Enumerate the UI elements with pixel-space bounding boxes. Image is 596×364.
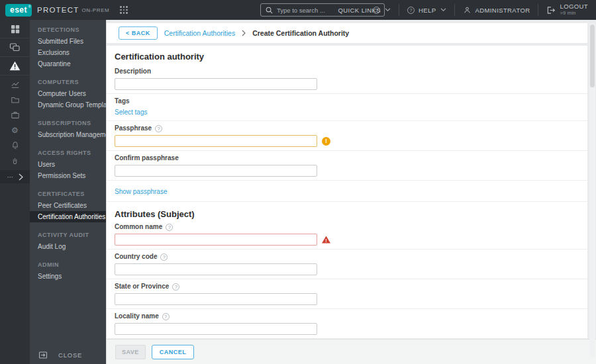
locality-row: Locality name ? <box>107 309 587 339</box>
topbar: eset® PROTECT ON-PREM ? QUICK LINKS ? HE… <box>0 0 596 20</box>
common-name-input[interactable] <box>115 234 317 246</box>
sidebar-item-exclusions[interactable]: Exclusions <box>30 47 106 58</box>
sidebar-item-submitted-files[interactable]: Submitted Files <box>30 36 106 47</box>
nav-notifications[interactable] <box>11 141 20 150</box>
country-code-help-icon[interactable]: ? <box>160 253 168 261</box>
state-province-help-icon[interactable]: ? <box>172 283 179 291</box>
sidebar-item-peer-certificates[interactable]: Peer Certificates <box>30 200 106 211</box>
main-content: < BACK Certification Authorities Create … <box>106 20 596 364</box>
nav-detections[interactable] <box>0 57 30 75</box>
save-button[interactable]: SAVE <box>115 345 146 359</box>
sidebar-item-settings[interactable]: Settings <box>30 271 106 282</box>
briefcase-icon <box>11 111 20 120</box>
nav-reports[interactable] <box>11 80 20 89</box>
product-name: PROTECT <box>37 6 79 14</box>
eset-logo: eset® <box>5 4 32 17</box>
common-name-help-icon[interactable]: ? <box>166 224 173 231</box>
menu-section-admin: ADMIN <box>30 259 106 271</box>
logout-icon <box>546 6 556 15</box>
sidebar-item-audit-log[interactable]: Audit Log <box>30 241 106 252</box>
nav-more-button[interactable]: ⋯ <box>0 170 30 183</box>
scrollbar-thumb[interactable] <box>590 24 595 87</box>
tags-label: Tags <box>115 97 579 105</box>
locality-input[interactable] <box>115 323 317 335</box>
sidebar-item-users[interactable]: Users <box>30 159 106 170</box>
state-province-input[interactable] <box>115 293 317 305</box>
country-code-row: Country code ? <box>107 250 587 279</box>
locality-label: Locality name <box>115 312 159 320</box>
menu-section-certificates: CERTIFICATES <box>30 189 106 200</box>
passphrase-input[interactable] <box>115 135 317 147</box>
confirm-passphrase-input[interactable] <box>115 165 317 177</box>
chevron-down-icon <box>385 8 391 12</box>
sidebar-menu: DETECTIONS Submitted Files Exclusions Qu… <box>30 20 106 364</box>
help-label: HELP <box>419 7 436 14</box>
nav-submitted-files[interactable] <box>11 95 20 105</box>
nav-dashboard[interactable] <box>0 20 30 38</box>
more-dots-icon: ⋯ <box>7 173 14 181</box>
nav-installers[interactable] <box>11 111 20 120</box>
description-row: Description <box>107 64 587 94</box>
select-tags-link[interactable]: Select tags <box>115 109 147 116</box>
user-icon <box>463 6 472 15</box>
menu-section-detections: DETECTIONS <box>30 24 106 36</box>
quick-links-menu[interactable]: QUICK LINKS <box>330 0 399 20</box>
session-timer: >9 min <box>560 11 588 17</box>
country-code-input[interactable] <box>115 263 317 275</box>
nav-small-icons: ⚙ <box>0 75 30 165</box>
form-section-title: Certification authority <box>107 46 587 64</box>
help-menu[interactable]: ? HELP <box>399 0 454 20</box>
passphrase-warning-icon: ! <box>322 137 330 146</box>
bell-icon <box>11 141 20 150</box>
show-passphrase-link[interactable]: Show passphrase <box>115 188 168 195</box>
sidebar-close-button[interactable]: CLOSE <box>38 351 82 359</box>
nav-icon-strip: ⚙ ⋯ <box>0 20 30 364</box>
scrollbar[interactable] <box>589 23 595 357</box>
edition-name: ON-PREM <box>81 7 109 13</box>
chart-line-icon <box>11 80 20 89</box>
nav-policies[interactable]: ⚙ <box>11 126 20 135</box>
action-footer: SAVE CANCEL <box>107 339 596 364</box>
gear-icon: ⚙ <box>11 126 19 135</box>
user-menu[interactable]: ADMINISTRATOR <box>455 0 538 20</box>
sidebar-item-permission-sets[interactable]: Permission Sets <box>30 170 106 181</box>
confirm-passphrase-row: Confirm passphrase <box>107 151 587 181</box>
passphrase-help-icon[interactable]: ? <box>155 125 162 132</box>
app-launcher-grid-icon[interactable] <box>120 6 128 14</box>
breadcrumb-parent-link[interactable]: Certification Authorities <box>164 29 235 37</box>
logout-button[interactable]: LOGOUT >9 min <box>538 0 596 20</box>
warning-triangle-icon <box>9 61 21 71</box>
menu-section-access-rights: ACCESS RIGHTS <box>30 148 106 159</box>
passphrase-label: Passphrase <box>115 124 152 132</box>
nav-status-overview[interactable] <box>11 156 20 165</box>
locality-help-icon[interactable]: ? <box>162 313 170 320</box>
sidebar-item-dynamic-group-templates[interactable]: Dynamic Group Templates <box>30 99 106 111</box>
sidebar-item-computer-users[interactable]: Computer Users <box>30 88 106 99</box>
description-input[interactable] <box>115 78 317 90</box>
close-label: CLOSE <box>58 351 82 359</box>
attributes-section-title: Attributes (Subject) <box>107 202 587 220</box>
back-button[interactable]: < BACK <box>119 26 158 40</box>
chevron-right-icon <box>19 173 23 181</box>
breadcrumb-current: Create Certification Authority <box>252 29 349 37</box>
menu-section-subscriptions: SUBSCRIPTIONS <box>30 118 106 129</box>
dashboard-icon <box>10 24 21 34</box>
cancel-button[interactable]: CANCEL <box>152 345 195 359</box>
hand-icon <box>11 156 20 165</box>
breadcrumb-chevron-icon <box>242 30 246 36</box>
description-label: Description <box>115 68 579 75</box>
common-name-error-icon: ! <box>322 236 330 244</box>
help-circle-icon: ? <box>407 7 415 14</box>
collapse-icon <box>38 351 48 359</box>
sidebar-item-quarantine[interactable]: Quarantine <box>30 58 106 69</box>
search-icon <box>265 6 273 15</box>
folder-icon <box>11 95 20 105</box>
common-name-label: Common name <box>115 223 162 231</box>
sidebar-item-subscription-management[interactable]: Subscription Management <box>30 129 106 140</box>
nav-computers[interactable] <box>0 38 30 57</box>
passphrase-row: Passphrase ? ! <box>107 121 587 151</box>
menu-section-computers: COMPUTERS <box>30 77 106 88</box>
sidebar-item-certification-authorities[interactable]: Certification Authorities <box>30 211 106 222</box>
chevron-down-icon <box>440 8 446 12</box>
country-code-label: Country code <box>115 253 157 261</box>
